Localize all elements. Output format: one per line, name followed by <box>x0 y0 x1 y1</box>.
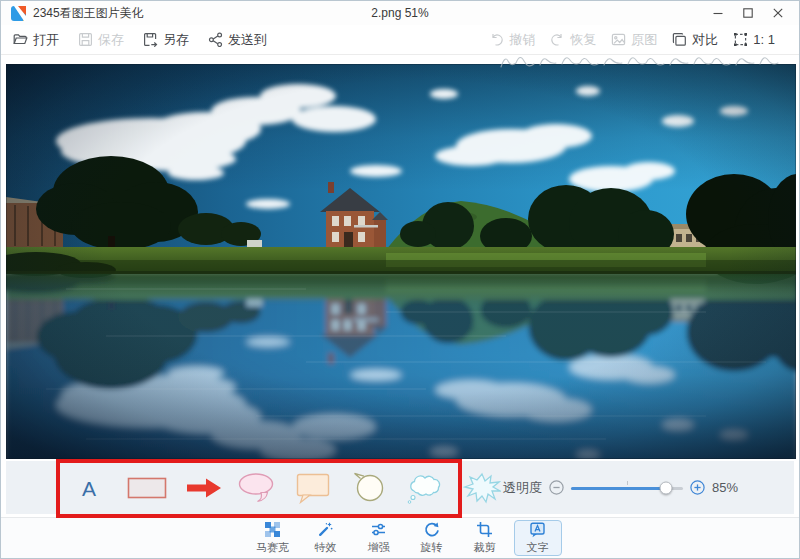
tab-effects-label: 特效 <box>315 540 337 555</box>
main-toolbar: 打开 保存 另存 发送到 <box>1 25 799 55</box>
app-logo-icon <box>11 6 26 21</box>
close-button[interactable] <box>765 4 791 22</box>
opacity-label: 透明度 <box>503 479 542 497</box>
open-label: 打开 <box>33 31 59 49</box>
original-label: 原图 <box>631 31 657 49</box>
redo-button[interactable]: 恢复 <box>550 31 596 49</box>
opacity-control: 透明度 85% <box>503 461 738 514</box>
square-bubble-icon <box>294 472 332 504</box>
opacity-increase-button[interactable] <box>690 480 705 495</box>
maximize-icon <box>743 8 753 18</box>
window-controls <box>705 4 791 22</box>
magic-wand-icon <box>317 521 334 538</box>
send-to-label: 发送到 <box>228 31 267 49</box>
opacity-slider-handle[interactable] <box>660 481 673 494</box>
photo-canvas[interactable] <box>6 64 796 459</box>
save-as-icon <box>143 32 158 47</box>
ellipse-bubble-tool[interactable] <box>237 472 277 504</box>
compare-button[interactable]: 对比 <box>672 31 718 49</box>
original-image-button[interactable]: 原图 <box>611 31 657 49</box>
cloud-bubble-icon <box>405 471 447 505</box>
maximize-button[interactable] <box>735 4 761 22</box>
crop-icon <box>476 521 493 538</box>
round-bubble-tool[interactable] <box>350 472 388 504</box>
tab-rotate[interactable]: 旋转 <box>408 520 456 556</box>
text-tool-label: A <box>82 477 96 498</box>
minus-icon <box>549 480 564 495</box>
save-label: 保存 <box>98 31 124 49</box>
tab-crop[interactable]: 裁剪 <box>461 520 509 556</box>
opacity-slider[interactable] <box>571 481 683 495</box>
tab-mosaic[interactable]: 马赛克 <box>249 520 297 556</box>
bottom-tab-bar: 马赛克 特效 增强 旋转 <box>1 518 799 558</box>
tab-enhance-label: 增强 <box>368 540 390 555</box>
tab-text-label: 文字 <box>527 540 549 555</box>
text-tool-strip: A <box>6 461 794 514</box>
sliders-icon <box>370 521 387 538</box>
tab-rotate-label: 旋转 <box>421 540 443 555</box>
save-as-button[interactable]: 另存 <box>143 31 189 49</box>
save-icon <box>78 32 93 47</box>
actual-size-button[interactable]: 1: 1 <box>733 31 775 49</box>
redo-label: 恢复 <box>570 31 596 49</box>
share-icon <box>208 32 223 47</box>
opacity-decrease-button[interactable] <box>549 480 564 495</box>
tab-effects[interactable]: 特效 <box>302 520 350 556</box>
canvas-area <box>1 55 799 461</box>
app-window: 2345看图王图片美化 2.png 51% 打开 <box>0 0 800 559</box>
minimize-icon <box>713 8 723 18</box>
opacity-value: 85% <box>712 480 738 495</box>
burst-bubble-icon <box>463 472 501 504</box>
rectangle-tool[interactable] <box>127 475 167 501</box>
undo-icon <box>489 32 504 47</box>
minimize-button[interactable] <box>705 4 731 22</box>
rotate-icon <box>423 521 440 538</box>
app-title: 2345看图王图片美化 <box>33 5 144 22</box>
round-bubble-icon <box>350 472 388 504</box>
mosaic-icon <box>264 521 281 538</box>
arrow-tool[interactable] <box>185 475 223 501</box>
burst-bubble-tool[interactable] <box>463 472 501 504</box>
cloud-bubble-tool[interactable] <box>405 471 447 505</box>
save-button[interactable]: 保存 <box>78 31 124 49</box>
save-as-label: 另存 <box>163 31 189 49</box>
redo-icon <box>550 32 565 47</box>
compare-label: 对比 <box>692 31 718 49</box>
rectangle-shape-icon <box>127 475 167 501</box>
text-tool[interactable]: A <box>82 477 96 498</box>
toolbar-right-group: 撤销 恢复 原图 <box>474 31 775 49</box>
undo-button[interactable]: 撤销 <box>489 31 535 49</box>
one-to-one-icon <box>733 32 748 47</box>
titlebar: 2345看图王图片美化 2.png 51% <box>1 1 799 25</box>
send-to-button[interactable]: 发送到 <box>208 31 267 49</box>
tab-text[interactable]: 文字 <box>514 520 562 556</box>
close-icon <box>773 8 783 18</box>
compare-icon <box>672 32 687 47</box>
tab-crop-label: 裁剪 <box>474 540 496 555</box>
ellipse-bubble-icon <box>237 472 277 504</box>
open-button[interactable]: 打开 <box>13 31 59 49</box>
arrow-shape-icon <box>185 475 223 501</box>
actual-size-label: 1: 1 <box>753 32 775 47</box>
undo-label: 撤销 <box>509 31 535 49</box>
open-folder-icon <box>13 32 28 47</box>
text-bubble-icon <box>529 521 546 538</box>
tab-enhance[interactable]: 增强 <box>355 520 403 556</box>
tab-mosaic-label: 马赛克 <box>256 540 289 555</box>
original-image-icon <box>611 32 626 47</box>
square-bubble-tool[interactable] <box>294 472 332 504</box>
plus-icon <box>690 480 705 495</box>
